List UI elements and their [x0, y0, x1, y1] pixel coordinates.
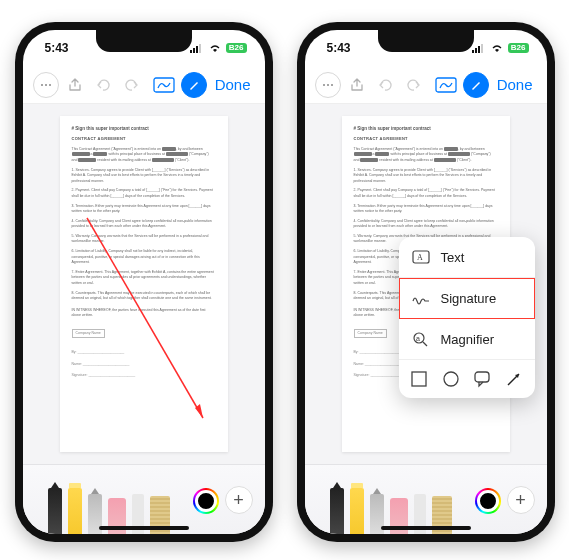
- svg-rect-10: [472, 50, 474, 53]
- done-button[interactable]: Done: [211, 76, 255, 93]
- color-picker[interactable]: [475, 488, 501, 514]
- share-button[interactable]: [345, 71, 370, 99]
- document-canvas[interactable]: # Sign this super important contract CON…: [23, 104, 265, 464]
- square-shape[interactable]: [410, 370, 428, 388]
- popup-magnifier-label: Magnifier: [441, 332, 494, 347]
- battery-badge: B26: [508, 43, 529, 53]
- doc-title: # Sign this super important contract: [354, 126, 498, 133]
- svg-rect-12: [478, 46, 480, 53]
- signal-icon: [190, 43, 204, 53]
- auto-minimize-button[interactable]: [434, 71, 459, 99]
- popup-magnifier-option[interactable]: a Magnifier: [399, 319, 535, 360]
- svg-point-4: [41, 84, 43, 86]
- markup-toggle-button[interactable]: [181, 71, 207, 99]
- battery-badge: B26: [226, 43, 247, 53]
- undo-button[interactable]: [373, 71, 398, 99]
- doc-intro: This Contract Agreement ("Agreement") is…: [72, 147, 216, 164]
- svg-line-22: [423, 342, 427, 346]
- popup-signature-option[interactable]: Signature: [399, 278, 535, 319]
- auto-minimize-button[interactable]: [152, 71, 177, 99]
- svg-rect-13: [481, 44, 483, 53]
- wifi-icon: [208, 43, 222, 53]
- by-line: By: ________________________: [72, 350, 216, 355]
- home-indicator[interactable]: [99, 526, 189, 530]
- name-line: Name: ________________________: [72, 362, 216, 367]
- notch: [96, 30, 192, 52]
- doc-clause: 1. Services. Company agrees to provide C…: [354, 168, 498, 185]
- doc-clause: 4. Confidentiality. Company and Client a…: [354, 219, 498, 230]
- company-box: Company Name: [72, 329, 105, 338]
- doc-clause: 2. Payment. Client shall pay Company a t…: [72, 188, 216, 199]
- highlighter-tool[interactable]: [68, 488, 82, 534]
- document-canvas[interactable]: # Sign this super important contract CON…: [305, 104, 547, 464]
- undo-button[interactable]: [91, 71, 116, 99]
- status-right: B26: [190, 43, 247, 53]
- status-time: 5:43: [327, 41, 351, 55]
- svg-text:A: A: [417, 253, 423, 262]
- more-button[interactable]: [315, 71, 341, 99]
- doc-clause: 3. Termination. Either party may termina…: [72, 204, 216, 215]
- svg-rect-25: [475, 372, 489, 382]
- add-button[interactable]: +: [225, 486, 253, 514]
- svg-rect-11: [475, 48, 477, 53]
- redo-button[interactable]: [402, 71, 427, 99]
- svg-point-24: [444, 372, 458, 386]
- svg-point-16: [331, 84, 333, 86]
- popup-shapes-row: [399, 360, 535, 398]
- redo-button[interactable]: [120, 71, 145, 99]
- add-button[interactable]: +: [507, 486, 535, 514]
- svg-point-14: [323, 84, 325, 86]
- pen-tool[interactable]: [48, 488, 62, 534]
- markup-toolbar: +: [305, 464, 547, 534]
- more-button[interactable]: [33, 71, 59, 99]
- doc-clause: 2. Payment. Client shall pay Company a t…: [354, 188, 498, 199]
- screen: 5:43 B26 Done # Sign this super importan…: [23, 30, 265, 534]
- add-menu-popup: A Text Signature a Magnifier: [399, 237, 535, 398]
- doc-clause: 7. Entire Agreement. This Agreement, tog…: [72, 270, 216, 287]
- doc-intro: This Contract Agreement ("Agreement") is…: [354, 147, 498, 164]
- popup-text-option[interactable]: A Text: [399, 237, 535, 278]
- doc-title: # Sign this super important contract: [72, 126, 216, 133]
- markup-topbar: Done: [23, 66, 265, 104]
- company-box: Company Name: [354, 329, 387, 338]
- doc-witness: IN WITNESS WHEREOF, the parties have exe…: [72, 308, 216, 319]
- pen-tool[interactable]: [330, 488, 344, 534]
- doc-clause: 5. Warranty. Company warrants that the S…: [72, 234, 216, 245]
- markup-toggle-button[interactable]: [463, 71, 489, 99]
- screen: b 5:43 B26 Done # Sign this super import…: [305, 30, 547, 534]
- arrow-shape[interactable]: [505, 370, 523, 388]
- doc-clause: 6. Limitation of Liability. Company shal…: [72, 249, 216, 266]
- svg-rect-2: [196, 46, 198, 53]
- circle-shape[interactable]: [442, 370, 460, 388]
- signature-icon: [411, 288, 431, 308]
- phone-right: b 5:43 B26 Done # Sign this super import…: [297, 22, 555, 542]
- markup-topbar: Done: [305, 66, 547, 104]
- status-time: 5:43: [45, 41, 69, 55]
- wifi-icon: [490, 43, 504, 53]
- popup-signature-label: Signature: [441, 291, 497, 306]
- svg-text:a: a: [416, 335, 420, 342]
- done-button[interactable]: Done: [493, 76, 537, 93]
- doc-subtitle: CONTRACT AGREEMENT: [354, 136, 498, 142]
- color-picker[interactable]: [193, 488, 219, 514]
- svg-rect-0: [190, 50, 192, 53]
- notch: [378, 30, 474, 52]
- doc-clause: 1. Services. Company agrees to provide C…: [72, 168, 216, 185]
- signature-line: Signature: ________________________: [72, 373, 216, 378]
- svg-point-5: [45, 84, 47, 86]
- highlighter-tool[interactable]: [350, 488, 364, 534]
- speech-bubble-shape[interactable]: [473, 370, 491, 388]
- svg-rect-3: [199, 44, 201, 53]
- svg-rect-1: [193, 48, 195, 53]
- status-right: B26: [472, 43, 529, 53]
- markup-toolbar: +: [23, 464, 265, 534]
- home-indicator[interactable]: [381, 526, 471, 530]
- signature-block: Company Name By: _______________________…: [72, 329, 216, 378]
- doc-clause: 3. Termination. Either party may termina…: [354, 204, 498, 215]
- phone-left: 5:43 B26 Done # Sign this super importan…: [15, 22, 273, 542]
- popup-text-label: Text: [441, 250, 465, 265]
- signal-icon: [472, 43, 486, 53]
- share-button[interactable]: [63, 71, 88, 99]
- document-page[interactable]: # Sign this super important contract CON…: [60, 116, 228, 452]
- doc-clause: 4. Confidentiality. Company and Client a…: [72, 219, 216, 230]
